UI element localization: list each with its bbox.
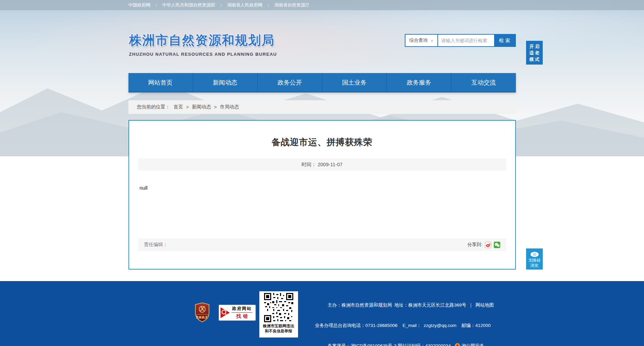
- police-badge-icon: [455, 342, 460, 346]
- footer-host-address: 主办：株洲市自然资源和规划局 地址：株洲市天元区长江北路369号: [328, 302, 466, 308]
- site-title: 株洲市自然资源和规划局: [129, 32, 277, 49]
- search-bar: 综合查询 ∨ 检 索: [405, 34, 516, 47]
- site-logo[interactable]: 株洲市自然资源和规划局 ZHUZHOU NATURAL RESOURCES AN…: [129, 32, 277, 57]
- topbar-link-ministry-natural-resources[interactable]: 中华人民共和国自然资源部: [162, 2, 215, 8]
- header: 株洲市自然资源和规划局 ZHUZHOU NATURAL RESOURCES AN…: [128, 10, 516, 73]
- footer-icp-line: 备案序号：湘ICP备08100635号-3 网站识别码：4302000034: [328, 343, 451, 346]
- report-qr-code: 株洲市互联网违法 和不良信息举报: [259, 291, 298, 338]
- editor-label: 责任编辑：: [144, 242, 168, 248]
- search-button[interactable]: 检 索: [494, 35, 515, 46]
- qr-caption-line: 株洲市互联网违法: [259, 324, 298, 329]
- site-subtitle: ZHUZHOU NATURAL RESOURCES AND PLANNING B…: [129, 52, 277, 57]
- footer-divider: ｜: [469, 302, 473, 308]
- article-time-value: 2009-11-07: [318, 162, 343, 167]
- topbar-separator: |: [268, 3, 269, 7]
- main-nav: 网站首页 新闻动态 政务公开 国土业务 政务服务 互动交流: [128, 73, 516, 92]
- topbar-separator: |: [156, 3, 157, 7]
- topbar: 中国政府网 | 中华人民共和国自然资源部 | 湖南省人民政府网 | 湖南省自然资…: [0, 0, 644, 10]
- footer: 党政机关 政府网站 找错: [0, 281, 644, 346]
- party-government-badge[interactable]: 党政机关: [194, 302, 210, 323]
- accessibility-button[interactable]: 无障碍 浏览: [526, 248, 543, 270]
- elder-mode-button[interactable]: 开 启 适 老 模 式: [526, 41, 543, 65]
- editor-strip: 责任编辑： 分享到:: [138, 238, 506, 251]
- article-panel: 备战迎市运、拼搏获殊荣 时间： 2009-11-07 null 责任编辑： 分享…: [128, 120, 516, 270]
- page: 中国政府网 | 中华人民共和国自然资源部 | 湖南省人民政府网 | 湖南省自然资…: [0, 0, 644, 346]
- accessibility-line: 浏览: [526, 263, 543, 268]
- nav-tab-gov-services[interactable]: 政务服务: [387, 73, 451, 92]
- elder-mode-line: 适 老: [526, 50, 543, 56]
- search-category-select[interactable]: 综合查询 ∨: [405, 35, 438, 46]
- share-bar: 分享到:: [467, 242, 500, 248]
- sitemap-link[interactable]: 网站地图: [475, 302, 494, 308]
- breadcrumb-home[interactable]: 首页: [174, 104, 183, 110]
- nav-tab-home[interactable]: 网站首页: [128, 73, 193, 92]
- wechat-icon[interactable]: [494, 242, 500, 248]
- party-badge-label: 党政机关: [194, 315, 210, 319]
- nav-tab-interaction[interactable]: 互动交流: [451, 73, 516, 92]
- weibo-icon[interactable]: [485, 242, 491, 248]
- article-title: 备战迎市运、拼搏获殊荣: [129, 136, 515, 148]
- footer-contact-line: 业务办理总台咨询电话：0731-28685006 E_mail： zzgtzy@…: [315, 321, 516, 331]
- breadcrumb-label: 您当前的位置：: [137, 104, 170, 110]
- search-category-label: 综合查询: [409, 37, 428, 44]
- breadcrumb-separator: >: [186, 104, 189, 110]
- article-meta-strip: 时间： 2009-11-07: [138, 158, 506, 171]
- shield-icon: [194, 302, 210, 323]
- qr-caption-line: 和不良信息举报: [259, 329, 298, 334]
- nav-tab-gov-affairs-open[interactable]: 政务公开: [258, 73, 322, 92]
- breadcrumb: 您当前的位置： 首页 > 新闻动态 > 市局动态: [128, 100, 516, 114]
- footer-info: 主办：株洲市自然资源和规划局 地址：株洲市天元区长江北路369号｜网站地图 业务…: [315, 290, 516, 346]
- breadcrumb-separator: >: [214, 104, 217, 110]
- eye-icon: [530, 252, 539, 257]
- share-label: 分享到:: [467, 242, 482, 248]
- topbar-link-hunan-natural-resources[interactable]: 湖南省自然资源厅: [274, 2, 310, 8]
- topbar-link-china-gov[interactable]: 中国政府网: [128, 2, 151, 8]
- site-error-report-badge[interactable]: 政府网站 找错: [218, 304, 256, 321]
- error-badge-subtitle: 找错: [234, 313, 250, 319]
- nav-tab-land-business[interactable]: 国土业务: [322, 73, 387, 92]
- elder-mode-line: 开 启: [526, 43, 543, 50]
- chevron-down-icon: ∨: [431, 39, 433, 42]
- qr-code-image: [264, 293, 293, 322]
- breadcrumb-bureau-news[interactable]: 市局动态: [220, 104, 239, 110]
- elder-mode-line: 模 式: [526, 56, 543, 63]
- article-body: null: [140, 185, 515, 191]
- accessibility-line: 无障碍: [526, 258, 543, 263]
- nav-tab-news[interactable]: 新闻动态: [193, 73, 258, 92]
- topbar-separator: |: [221, 3, 222, 7]
- error-badge-title: 政府网站: [231, 306, 253, 313]
- magnifier-flag-icon: [220, 306, 231, 319]
- breadcrumb-news[interactable]: 新闻动态: [192, 104, 211, 110]
- search-input[interactable]: [438, 35, 494, 46]
- topbar-link-hunan-gov[interactable]: 湖南省人民政府网: [227, 2, 262, 8]
- article-time-label: 时间：: [301, 161, 316, 168]
